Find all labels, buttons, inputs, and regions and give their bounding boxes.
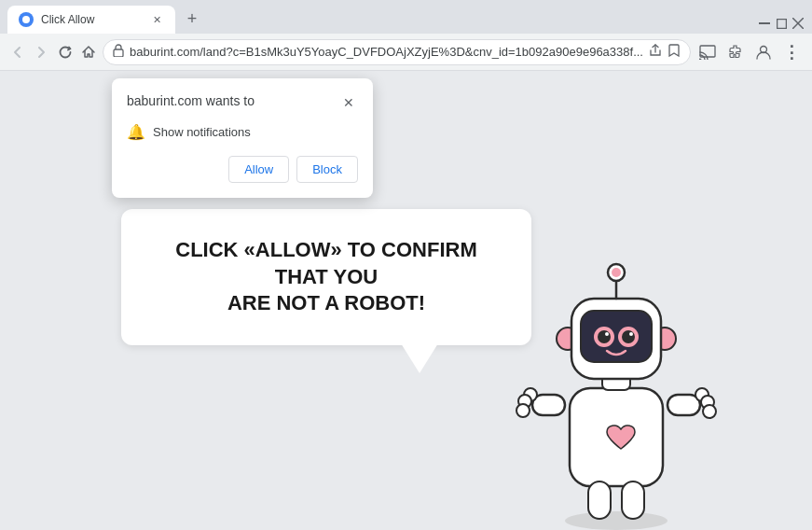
allow-button[interactable]: Allow: [228, 156, 289, 183]
popup-title: baburint.com wants to: [127, 93, 255, 108]
bubble-line1: CLICK «ALLOW» TO CONFIRM THAT YOU: [175, 238, 476, 288]
bell-icon: 🔔: [127, 123, 145, 141]
svg-point-25: [605, 332, 609, 336]
svg-point-28: [629, 332, 633, 336]
url-text: baburint.com/land?c=B1sMk3uY5YoayC_DVFDO…: [130, 45, 643, 59]
svg-point-6: [699, 58, 702, 60]
bookmark-icon[interactable]: [667, 44, 681, 61]
tab-close-button[interactable]: ✕: [149, 12, 164, 27]
tab-favicon: [19, 12, 34, 27]
svg-rect-0: [759, 22, 770, 24]
svg-point-27: [622, 330, 635, 343]
tab-title: Click Allow: [41, 13, 142, 26]
bubble-line2: ARE NOT A ROBOT!: [227, 291, 425, 314]
extensions-icon[interactable]: [723, 39, 749, 65]
popup-buttons: Allow Block: [127, 156, 358, 183]
svg-rect-1: [777, 19, 786, 28]
speech-bubble-container: CLICK «ALLOW» TO CONFIRM THAT YOU ARE NO…: [121, 209, 531, 345]
toolbar-right: ⋮: [695, 39, 805, 65]
cast-icon[interactable]: [695, 39, 721, 65]
forward-button[interactable]: [32, 39, 52, 65]
page-content: baburint.com wants to ✕ 🔔 Show notificat…: [0, 71, 812, 530]
tab-bar: Click Allow ✕ +: [0, 0, 812, 34]
svg-rect-4: [114, 49, 123, 57]
share-icon[interactable]: [649, 44, 662, 61]
minimize-button[interactable]: [758, 17, 771, 30]
block-button[interactable]: Block: [296, 156, 358, 183]
profile-icon[interactable]: [750, 39, 777, 65]
svg-rect-33: [622, 481, 644, 519]
bubble-text: CLICK «ALLOW» TO CONFIRM THAT YOU ARE NO…: [158, 237, 494, 317]
popup-close-button[interactable]: ✕: [339, 93, 358, 112]
back-button[interactable]: [7, 39, 28, 65]
menu-icon[interactable]: ⋮: [778, 39, 805, 65]
popup-header: baburint.com wants to ✕: [127, 93, 358, 112]
lock-icon: [113, 44, 124, 60]
svg-point-8: [565, 511, 667, 530]
close-button[interactable]: [791, 17, 805, 30]
svg-point-12: [516, 404, 530, 417]
notification-label: Show notifications: [153, 125, 251, 139]
window-controls: [758, 17, 805, 30]
browser-window: Click Allow ✕ +: [0, 0, 812, 530]
robot-svg: [514, 231, 719, 530]
toolbar: baburint.com/land?c=B1sMk3uY5YoayC_DVFDO…: [0, 34, 812, 71]
speech-bubble: CLICK «ALLOW» TO CONFIRM THAT YOU ARE NO…: [121, 209, 531, 345]
svg-point-24: [598, 330, 611, 343]
notification-popup: baburint.com wants to ✕ 🔔 Show notificat…: [112, 78, 373, 198]
robot-character: [514, 231, 719, 530]
active-tab[interactable]: Click Allow ✕: [7, 6, 175, 34]
new-tab-button[interactable]: +: [179, 6, 205, 32]
home-button[interactable]: [79, 39, 100, 65]
address-bar[interactable]: baburint.com/land?c=B1sMk3uY5YoayC_DVFDO…: [103, 39, 691, 65]
svg-point-16: [703, 405, 716, 418]
svg-rect-32: [588, 481, 611, 519]
svg-point-31: [612, 268, 621, 277]
refresh-button[interactable]: [55, 39, 76, 65]
notification-row: 🔔 Show notifications: [127, 123, 358, 141]
maximize-button[interactable]: [775, 17, 788, 30]
